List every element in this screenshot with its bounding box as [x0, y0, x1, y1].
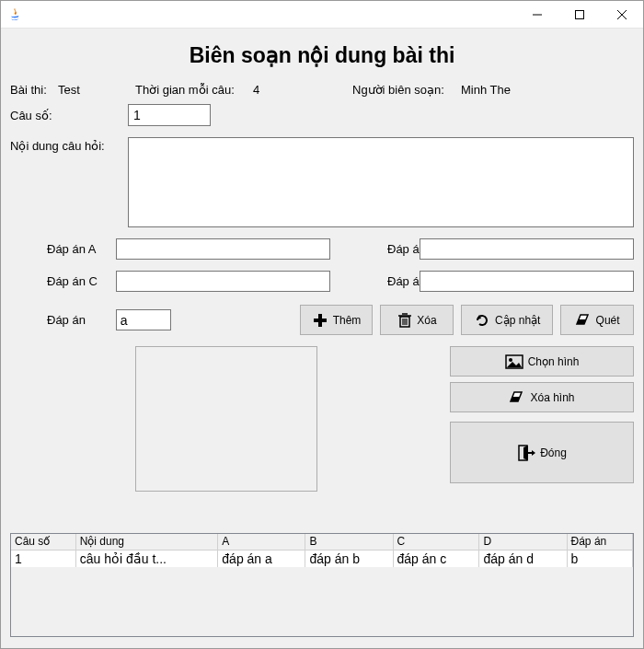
author-value: Minh The: [461, 83, 511, 97]
trash-icon: [397, 312, 412, 329]
titlebar: [1, 1, 643, 29]
table-cell: 1: [11, 550, 75, 567]
eraser-icon: [509, 390, 525, 405]
exam-value: Test: [58, 83, 128, 97]
question-content-textarea[interactable]: [128, 137, 634, 227]
image-preview: [135, 346, 317, 492]
author-label: Người biên soạn:: [352, 83, 454, 97]
table-header[interactable]: Nội dung: [75, 534, 218, 550]
choose-image-button[interactable]: Chọn hình: [450, 346, 634, 377]
questions-table[interactable]: Câu sốNội dungABCDĐáp án 1câu hỏi đầu t.…: [10, 533, 634, 637]
table-header[interactable]: Đáp án: [567, 534, 632, 550]
add-button-label: Thêm: [333, 314, 362, 327]
answer-d-input[interactable]: [420, 271, 634, 292]
minimize-button[interactable]: [516, 1, 558, 29]
answer-a-label: Đáp án A: [10, 242, 109, 256]
answer-b-input[interactable]: [420, 238, 634, 260]
close-window-button[interactable]: [601, 1, 643, 29]
page-title: Biên soạn nội dung bài thi: [10, 36, 634, 81]
time-per-q-value: 4: [253, 83, 345, 97]
question-number-label: Câu số:: [10, 109, 121, 122]
table-cell: câu hỏi đầu t...: [75, 550, 218, 567]
maximize-button[interactable]: [558, 1, 601, 29]
correct-answer-input[interactable]: [116, 309, 171, 330]
choose-image-label: Chọn hình: [528, 355, 580, 368]
scan-button[interactable]: Quét: [560, 305, 634, 335]
table-header[interactable]: D: [479, 534, 567, 550]
eraser-icon: [575, 313, 592, 328]
table-header[interactable]: Câu số: [11, 534, 75, 550]
scan-button-label: Quét: [596, 314, 620, 327]
delete-image-button[interactable]: Xóa hình: [450, 382, 634, 412]
close-button[interactable]: Đóng: [450, 422, 634, 483]
svg-marker-23: [532, 450, 535, 456]
answer-c-input[interactable]: [116, 271, 330, 292]
exam-label: Bài thi:: [10, 83, 51, 97]
table-cell: b: [567, 550, 632, 567]
table-header[interactable]: B: [305, 534, 393, 550]
table-header[interactable]: C: [393, 534, 479, 550]
svg-marker-17: [507, 362, 522, 367]
table-cell: đáp án a: [218, 550, 305, 567]
svg-marker-21: [523, 446, 528, 460]
exit-icon: [517, 444, 535, 462]
update-button[interactable]: Cập nhật: [461, 305, 553, 335]
java-icon: [8, 7, 23, 22]
answer-b-label: Đáp án B: [351, 242, 412, 256]
table-cell: đáp án d: [479, 550, 567, 567]
update-button-label: Cập nhật: [495, 314, 540, 327]
answer-c-label: Đáp án C: [10, 274, 109, 288]
plus-icon: [312, 312, 328, 329]
refresh-icon: [474, 312, 490, 329]
svg-point-16: [509, 358, 512, 362]
close-button-label: Đóng: [540, 446, 567, 459]
add-button[interactable]: Thêm: [300, 305, 374, 335]
svg-rect-1: [576, 10, 584, 18]
delete-button-label: Xóa: [417, 314, 436, 327]
question-content-label: Nội dung câu hỏi:: [10, 137, 121, 227]
answer-a-input[interactable]: [116, 238, 330, 260]
answer-d-label: Đáp án D: [351, 274, 412, 288]
table-header[interactable]: A: [218, 534, 305, 550]
time-per-q-label: Thời gian mỗi câu:: [135, 83, 246, 97]
delete-button[interactable]: Xóa: [380, 305, 454, 335]
image-icon: [505, 354, 523, 369]
delete-image-label: Xóa hình: [530, 391, 574, 404]
question-number-input[interactable]: [128, 104, 211, 126]
table-cell: đáp án c: [393, 550, 479, 567]
table-row[interactable]: 1câu hỏi đầu t...đáp án ađáp án bđáp án …: [11, 550, 633, 567]
table-cell: đáp án b: [305, 550, 393, 567]
correct-answer-label: Đáp án: [10, 313, 109, 327]
